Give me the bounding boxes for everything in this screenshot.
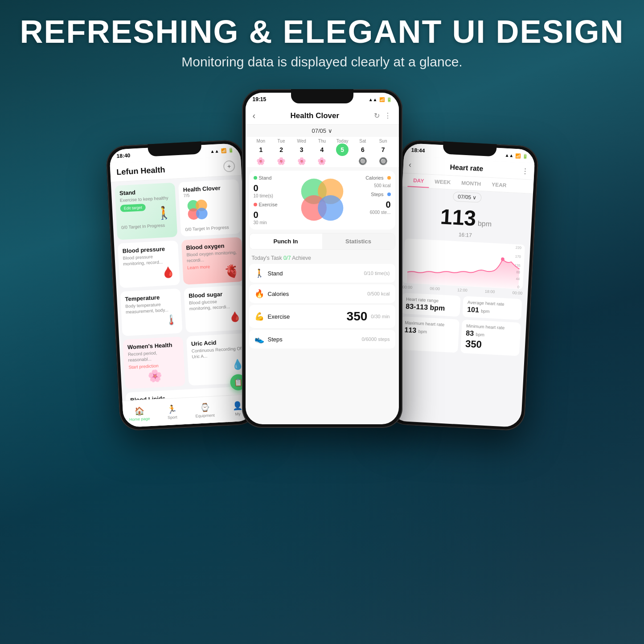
refresh-icon[interactable]: ↻ <box>374 111 380 120</box>
cal-sat[interactable]: Sat 6 🔘 <box>355 137 371 167</box>
hr-chart-svg: 220 170 135 88 44 0 <box>402 238 525 289</box>
temp-icon: 🌡️ <box>126 314 177 328</box>
phone-center: 19:15 ▲▲ 📶 🔋 ‹ Health Clover ↻ ⋮ 07/05 ∨ <box>242 89 402 428</box>
back-btn-center[interactable]: ‹ <box>253 111 256 121</box>
svg-text:220: 220 <box>515 246 521 250</box>
tab-day[interactable]: DAY <box>407 173 430 188</box>
task-steps[interactable]: 👟 Steps 0/6000 steps <box>249 330 395 349</box>
signal-icon-r: ▲▲ <box>505 152 513 158</box>
exercise-val: 0 <box>254 210 293 220</box>
more-icon-center[interactable]: ⋮ <box>384 111 391 120</box>
health-clover-card[interactable]: Health Clover 7/5 0/0 Target In Progress <box>178 179 241 237</box>
main-title: REFRESHING & ELEGANT UI DESIGN <box>0 13 644 50</box>
avg-val: 101 bpm <box>467 306 517 316</box>
temperature-card[interactable]: Temperature Body temperature measurement… <box>120 288 182 336</box>
blood-oxygen-card[interactable]: Blood oxygen Blood oxygen monitoring, re… <box>181 237 243 285</box>
bo-sub: Blood oxygen monitoring, recordi... <box>186 249 238 263</box>
date-selector[interactable]: 07/05 ∨ <box>246 125 399 137</box>
blood-oxygen-icon: 🫀 <box>223 263 240 279</box>
exercise-unit: 30 min <box>254 220 293 225</box>
my-icon: 👤 <box>232 401 242 411</box>
wifi-icon: 📶 <box>221 148 226 153</box>
task-calories-icon: 🔥 <box>254 289 264 299</box>
phone-right: 18:44 ▲▲ 📶 🔋 ‹ Heart rate ⋮ DAY WEEK MON… <box>386 139 539 431</box>
bp-icon: 🩸 <box>123 266 175 281</box>
range-val: 83-113 bpm <box>405 302 455 313</box>
more-icon-right[interactable]: ⋮ <box>521 167 529 176</box>
stand-unit: 10 time(s) <box>254 193 293 198</box>
stand-dot <box>254 176 257 180</box>
cal-today[interactable]: Today 5 <box>334 137 350 167</box>
phone-left: 18:40 ▲▲ 📶 🔋 Lefun Health + Stand <box>105 139 258 431</box>
hr-title: Heart rate <box>411 161 522 175</box>
womens-health-card[interactable]: Women's Health Record period, reasonabl.… <box>123 336 185 389</box>
punch-in-toggle: Punch In Statistics <box>249 233 395 250</box>
task-exercise[interactable]: 💪 Exercise 350 0/30 min <box>249 305 395 328</box>
nav-home-label: Home page <box>129 416 150 422</box>
steps-label: Steps <box>371 192 383 197</box>
calories-dot <box>387 176 391 180</box>
hr-max-card: Maximum heart rate 113 bpm <box>399 316 459 353</box>
task-stand-icon: 🚶 <box>254 268 264 278</box>
hr-date-display: 07/05 ∨ <box>452 192 481 203</box>
task-count: 0/7 <box>283 255 291 261</box>
task-calories-name: Calories <box>268 291 364 297</box>
chart-label-12: 12:00 <box>457 287 467 292</box>
stat-calories: Calories <box>351 175 391 180</box>
cal-sun[interactable]: Sun 7 🔘 <box>375 137 391 167</box>
clover-mini-svg <box>183 197 211 222</box>
tab-month[interactable]: MONTH <box>455 176 486 191</box>
blood-pressure-card[interactable]: Blood pressure Blood pressure monitoring… <box>117 240 180 288</box>
chart-label-6: 06:00 <box>430 286 440 291</box>
task-calories-progress: 0/500 kcal <box>367 291 390 296</box>
equipment-icon: ⌚ <box>199 402 209 413</box>
nav-equipment[interactable]: ⌚ Equipment <box>188 402 221 418</box>
clover-section: Stand 0 10 time(s) Exercise 0 30 min <box>249 171 395 230</box>
tab-year[interactable]: YEAR <box>486 177 512 192</box>
temp-sub: Body temperature measurement, body... <box>125 301 176 315</box>
hr-stats-grid: Heart rate range 83-113 bpm Average hear… <box>393 289 527 360</box>
tab-week[interactable]: WEEK <box>429 175 456 189</box>
steps-val: 0 <box>351 200 391 210</box>
blood-sugar-card[interactable]: Blood sugar Blood glucose monitoring, re… <box>184 285 246 333</box>
chart-label-18: 18:00 <box>484 289 495 294</box>
stat-steps: Steps <box>351 192 391 197</box>
center-header-icons: ↻ ⋮ <box>374 111 391 120</box>
sport-icon: 🏃 <box>167 404 177 414</box>
task-stand-name: Stand <box>268 270 361 277</box>
wifi-icon-c: 📶 <box>379 97 385 102</box>
screen-center: 19:15 ▲▲ 📶 🔋 ‹ Health Clover ↻ ⋮ 07/05 ∨ <box>246 93 399 424</box>
nav-sport[interactable]: 🏃 Sport <box>155 403 189 420</box>
clover-progress: 0/0 Target In Progress <box>185 224 236 232</box>
cal-tue[interactable]: Tue 2 🌸 <box>273 137 289 167</box>
cal-wed[interactable]: Wed 3 🌸 <box>294 137 310 167</box>
add-icon[interactable]: + <box>223 160 235 172</box>
bp-sub: Blood pressure monitoring, record... <box>123 253 174 267</box>
stand-card[interactable]: Stand Exercise to keep healthy Edit targ… <box>115 183 177 240</box>
hr-bpm-unit: bpm <box>477 220 492 228</box>
stand-figure-icon: 🚶 <box>156 205 172 220</box>
svg-point-14 <box>500 257 504 261</box>
nav-home[interactable]: 🏠 Home page <box>123 405 156 422</box>
task-stand[interactable]: 🚶 Stand 0/10 time(s) <box>249 264 395 283</box>
punch-in-btn[interactable]: Punch In <box>250 234 322 249</box>
wifi-icon-r: 📶 <box>515 153 521 158</box>
bs-sub: Blood glucose monitoring, recordi... <box>189 297 240 312</box>
clover-stats-left: Stand 0 10 time(s) Exercise 0 30 min <box>254 175 293 225</box>
task-exercise-name: Exercise <box>268 313 343 320</box>
cal-mon[interactable]: Mon 1 🌸 <box>253 137 269 167</box>
wh-sub: Record period, reasonabl... <box>127 349 179 363</box>
cal-thu[interactable]: Thu 4 🌸 <box>314 137 330 167</box>
stat-exercise: Exercise <box>254 202 293 207</box>
sub-title: Monitoring data is displayed clearly at … <box>0 54 644 70</box>
task-calories[interactable]: 🔥 Calories 0/500 kcal <box>249 284 395 303</box>
notch-center <box>291 89 353 103</box>
statistics-btn[interactable]: Statistics <box>322 234 395 249</box>
nav-my-label: My <box>235 411 241 416</box>
task-exercise-progress: 0/30 min <box>371 314 390 319</box>
chart-label-24: 00:00 <box>512 291 522 295</box>
womens-icon: 🌸 <box>128 368 180 384</box>
time-right: 18:44 <box>411 147 425 154</box>
svg-text:170: 170 <box>515 254 521 259</box>
edit-target-btn[interactable]: Edit target <box>120 204 146 212</box>
